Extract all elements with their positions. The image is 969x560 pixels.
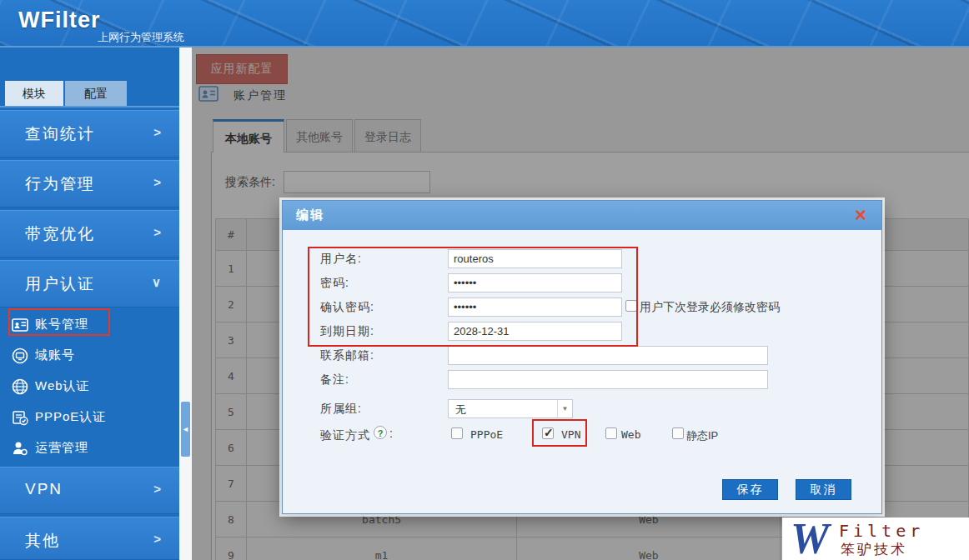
user-auth-submenu: 账号管理 域账号 Web认证 bbox=[0, 310, 179, 464]
menu-label: 带宽优化 bbox=[25, 223, 95, 245]
collapse-arrow-icon: ◄ bbox=[182, 425, 189, 433]
must-change-password-label: 用户下次登录必须修改密码 bbox=[640, 300, 780, 315]
wfilter-watermark: W Filter 笨驴技术 bbox=[782, 518, 969, 560]
operator-icon bbox=[12, 440, 28, 457]
group-row: 所属组: 无 ▼ bbox=[283, 399, 881, 419]
sidebar-item-web-auth[interactable]: Web认证 bbox=[0, 372, 179, 402]
menu-label: VPN bbox=[25, 480, 63, 498]
vpn-label: VPN bbox=[561, 428, 580, 441]
sidebar-item-other[interactable]: 其他 > bbox=[0, 517, 179, 560]
app-subtitle: 上网行为管理系统 bbox=[98, 30, 184, 45]
submenu-label: 账号管理 bbox=[35, 317, 88, 332]
chevron-right-icon: > bbox=[153, 225, 161, 239]
sidebar-tab-modules[interactable]: 模块 bbox=[5, 81, 63, 106]
watermark-w: W bbox=[791, 514, 829, 560]
sidebar-item-operator-mgmt[interactable]: 运营管理 bbox=[0, 433, 179, 464]
chevron-right-icon: > bbox=[153, 482, 161, 496]
username-field[interactable] bbox=[448, 249, 622, 268]
top-header: WFilter 上网行为管理系统 bbox=[0, 0, 969, 48]
watermark-name: Filter bbox=[839, 521, 924, 541]
email-row: 联系邮箱: bbox=[283, 346, 881, 366]
vpn-checkbox[interactable] bbox=[542, 428, 554, 439]
note-label: 备注: bbox=[320, 372, 349, 388]
auth-method-row: 验证方式 ? : PPPoE VPN Web 静态IP bbox=[283, 426, 881, 446]
chevron-right-icon: > bbox=[153, 175, 161, 189]
sidebar-item-pppoe-auth[interactable]: PPPoE认证 bbox=[0, 402, 179, 433]
sidebar-item-behavior-mgmt[interactable]: 行为管理 > bbox=[0, 160, 179, 208]
expire-date-row: 到期日期: bbox=[283, 322, 881, 342]
web-label: Web bbox=[621, 428, 640, 441]
menu-label: 其他 bbox=[25, 530, 60, 552]
cancel-button[interactable]: 取消 bbox=[796, 479, 851, 500]
pppoe-checkbox[interactable] bbox=[451, 428, 463, 439]
static-ip-label: 静态IP bbox=[686, 428, 718, 443]
sidebar-item-query-stats[interactable]: 查询统计 > bbox=[0, 110, 179, 158]
sidebar-item-domain-account[interactable]: 域账号 bbox=[0, 341, 179, 372]
dialog-header: 编辑 × bbox=[283, 201, 881, 230]
submenu-label: Web认证 bbox=[35, 378, 90, 394]
note-field[interactable] bbox=[448, 370, 768, 389]
id-card-icon bbox=[12, 317, 28, 333]
app-logo: WFilter bbox=[18, 8, 101, 33]
chevron-down-icon: ∨ bbox=[152, 275, 161, 290]
sidebar-strip: 模块 配置 查询统计 > 行为管理 > 带宽优化 > 用户认证 ∨ bbox=[0, 48, 192, 560]
password-label: 密码: bbox=[320, 276, 349, 291]
auth-colon: : bbox=[389, 427, 393, 440]
dropdown-arrow-icon: ▼ bbox=[557, 400, 572, 418]
dialog-title: 编辑 bbox=[296, 208, 324, 223]
group-dropdown[interactable]: 无 ▼ bbox=[448, 399, 573, 418]
sidebar-item-bandwidth-opt[interactable]: 带宽优化 > bbox=[0, 210, 179, 258]
username-row: 用户名: bbox=[283, 249, 881, 269]
must-change-password-checkbox[interactable] bbox=[625, 300, 637, 312]
group-label: 所属组: bbox=[320, 402, 362, 417]
confirm-password-field[interactable] bbox=[448, 298, 622, 317]
globe-icon bbox=[12, 378, 28, 395]
email-field[interactable] bbox=[448, 346, 768, 365]
static-ip-checkbox[interactable] bbox=[672, 428, 684, 439]
password-field[interactable] bbox=[448, 273, 622, 292]
sidebar-item-user-auth[interactable]: 用户认证 ∨ bbox=[0, 260, 179, 308]
domain-account-icon bbox=[12, 348, 28, 364]
submenu-label: 域账号 bbox=[35, 348, 75, 363]
menu-label: 行为管理 bbox=[25, 173, 95, 195]
expire-date-label: 到期日期: bbox=[320, 324, 374, 339]
auth-method-label: 验证方式 bbox=[320, 428, 370, 443]
sidebar-item-vpn[interactable]: VPN > bbox=[0, 467, 179, 514]
group-selected-value: 无 bbox=[455, 402, 466, 418]
sidebar-tab-divider bbox=[0, 106, 179, 108]
password-row: 密码: bbox=[283, 273, 881, 293]
chevron-right-icon: > bbox=[153, 125, 161, 139]
sidebar-collapse-handle[interactable]: ◄ bbox=[181, 402, 190, 457]
note-row: 备注: bbox=[283, 370, 881, 390]
close-icon[interactable]: × bbox=[855, 203, 866, 227]
watermark-company: 笨驴技术 bbox=[841, 540, 907, 559]
sidebar-item-account-mgmt[interactable]: 账号管理 bbox=[0, 310, 179, 341]
email-label: 联系邮箱: bbox=[320, 348, 374, 363]
submenu-label: 运营管理 bbox=[35, 440, 88, 456]
sidebar-tab-config[interactable]: 配置 bbox=[65, 81, 127, 106]
submenu-label: PPPoE认证 bbox=[35, 409, 106, 425]
sidebar: 模块 配置 查询统计 > 行为管理 > 带宽优化 > 用户认证 ∨ bbox=[0, 48, 179, 560]
username-label: 用户名: bbox=[320, 252, 362, 267]
save-button[interactable]: 保存 bbox=[722, 479, 778, 500]
edit-account-dialog: 编辑 × 用户名: 密码: 确认密码: 用户下次登录必须修改密码 到期日期: 联… bbox=[282, 200, 882, 514]
menu-label: 用户认证 bbox=[25, 273, 95, 295]
menu-label: 查询统计 bbox=[25, 123, 95, 145]
web-checkbox[interactable] bbox=[605, 428, 617, 439]
chevron-right-icon: > bbox=[153, 532, 161, 546]
expire-date-field[interactable] bbox=[448, 322, 622, 341]
pppoe-label: PPPoE bbox=[470, 428, 503, 441]
help-icon[interactable]: ? bbox=[374, 426, 387, 439]
confirm-password-label: 确认密码: bbox=[320, 300, 374, 315]
confirm-password-row: 确认密码: 用户下次登录必须修改密码 bbox=[283, 298, 881, 318]
doc-check-icon bbox=[12, 409, 28, 426]
